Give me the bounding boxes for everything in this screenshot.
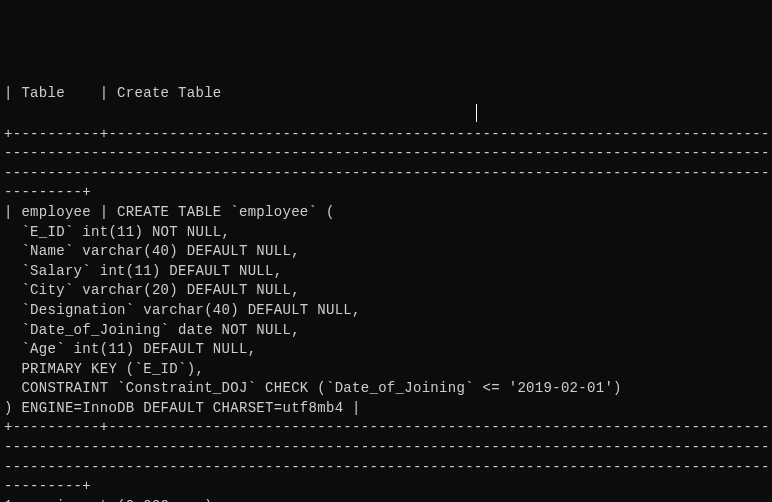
terminal-line: CONSTRAINT `Constraint_DOJ` CHECK (`Date… bbox=[4, 379, 768, 399]
terminal-line: `E_ID` int(11) NOT NULL, bbox=[4, 223, 768, 243]
terminal-line: | Table | Create Table bbox=[4, 84, 768, 104]
terminal-line: +----------+----------------------------… bbox=[4, 418, 768, 438]
terminal-line: ----------------------------------------… bbox=[4, 144, 768, 164]
terminal-line: ----------------------------------------… bbox=[4, 164, 768, 184]
terminal-line: `Date_of_Joining` date NOT NULL, bbox=[4, 321, 768, 341]
terminal-line: `Salary` int(11) DEFAULT NULL, bbox=[4, 262, 768, 282]
terminal-line: ---------+ bbox=[4, 183, 768, 203]
terminal-line: `Age` int(11) DEFAULT NULL, bbox=[4, 340, 768, 360]
terminal-line: ) ENGINE=InnoDB DEFAULT CHARSET=utf8mb4 … bbox=[4, 399, 768, 419]
terminal-line: ----------------------------------------… bbox=[4, 438, 768, 458]
terminal-line: +----------+----------------------------… bbox=[4, 125, 768, 145]
terminal-line: PRIMARY KEY (`E_ID`), bbox=[4, 360, 768, 380]
terminal-line: ---------+ bbox=[4, 477, 768, 497]
text-cursor bbox=[476, 104, 477, 122]
terminal-output: | Table | Create Table +----------+-----… bbox=[4, 84, 768, 502]
terminal-line bbox=[4, 104, 768, 125]
terminal-line: `Name` varchar(40) DEFAULT NULL, bbox=[4, 242, 768, 262]
terminal-line: | employee | CREATE TABLE `employee` ( bbox=[4, 203, 768, 223]
terminal-line: ----------------------------------------… bbox=[4, 458, 768, 478]
terminal-line: `City` varchar(20) DEFAULT NULL, bbox=[4, 281, 768, 301]
terminal-line: `Designation` varchar(40) DEFAULT NULL, bbox=[4, 301, 768, 321]
terminal-line: 1 row in set (0.002 sec) bbox=[4, 497, 768, 502]
